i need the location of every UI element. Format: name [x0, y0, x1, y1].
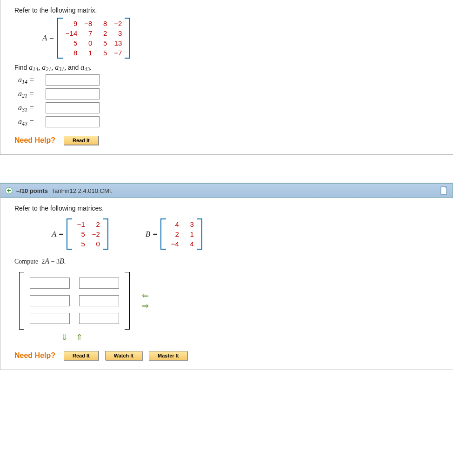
- q1-matrix-equation: A = 9 −8 8 −2 −14 7 2 3 5 0 5 13 8: [42, 18, 439, 59]
- and-text: and: [66, 64, 80, 71]
- matrix-b-cells: 4 3 2 1 −4 4: [168, 218, 195, 250]
- ans-r2c2[interactable]: [79, 295, 119, 306]
- matrix-a: −1 2 5 −2 5 0: [67, 218, 108, 250]
- q2-content: Refer to the following matrices. A = −1 …: [0, 198, 453, 370]
- master-it-button[interactable]: Master It: [149, 351, 187, 360]
- left-bracket-icon: [19, 272, 24, 330]
- a31-row: a31 =: [18, 102, 439, 113]
- source-ref: TanFin12 2.4.010.CMI.: [52, 187, 113, 194]
- cell: −2: [112, 20, 122, 27]
- matrix-a-label: A =: [52, 230, 64, 239]
- q2-header: –/10 points TanFin12 2.4.010.CMI.: [0, 183, 453, 198]
- a31-input[interactable]: [46, 102, 100, 113]
- q2-header-left: –/10 points TanFin12 2.4.010.CMI.: [5, 187, 113, 194]
- right-bracket-icon: [197, 218, 202, 250]
- ans-r3c2[interactable]: [79, 313, 119, 324]
- cell: 13: [112, 39, 122, 47]
- cell: −1: [75, 220, 85, 228]
- q1-content: Refer to the following matrix. A = 9 −8 …: [0, 0, 453, 154]
- cell: 7: [82, 29, 92, 37]
- cell: 0: [82, 39, 92, 47]
- matrix-a: 9 −8 8 −2 −14 7 2 3 5 0 5 13 8 1 5 −7: [57, 18, 130, 59]
- matrix-a-cells: 9 −8 8 −2 −14 7 2 3 5 0 5 13 8 1 5 −7: [65, 18, 123, 59]
- left-bracket-icon: [67, 218, 72, 250]
- cell: 2: [169, 230, 179, 238]
- remove-row-arrow-icon[interactable]: ⇑: [76, 333, 86, 342]
- cell: 0: [90, 240, 100, 248]
- cell: 8: [97, 20, 107, 27]
- add-col-arrow-icon[interactable]: ⇒: [142, 301, 149, 311]
- cell: 9: [66, 20, 77, 27]
- find-text: Find: [14, 64, 29, 71]
- question-2: –/10 points TanFin12 2.4.010.CMI. Refer …: [0, 183, 453, 370]
- matrix-b: 4 3 2 1 −4 4: [160, 218, 202, 250]
- var: a14, a21, a31,: [29, 63, 66, 71]
- q2-need-help: Need Help? Read It Watch It Master It: [14, 351, 439, 360]
- notes-icon[interactable]: [440, 186, 448, 195]
- cell: 1: [184, 230, 194, 238]
- q1-prompt: Refer to the following matrix.: [14, 7, 439, 14]
- ans-r3c1[interactable]: [30, 313, 70, 324]
- a21-label: a21 =: [18, 90, 44, 98]
- cell: 5: [97, 49, 107, 57]
- cell: 2: [97, 29, 107, 37]
- read-it-button[interactable]: Read It: [64, 136, 99, 145]
- matrix-a-cells: −1 2 5 −2 5 0: [74, 218, 101, 250]
- a21-row: a21 =: [18, 88, 439, 99]
- a31-label: a31 =: [18, 104, 44, 112]
- q1-find-line: Find a14, a21, a31, and a43.: [14, 63, 439, 72]
- remove-col-arrow-icon[interactable]: ⇐: [142, 291, 149, 301]
- compute-line: Compute 2A − 3B.: [14, 257, 439, 265]
- need-help-label: Need Help?: [14, 351, 55, 360]
- q2-matrices: A = −1 2 5 −2 5 0 B =: [33, 216, 439, 252]
- cell: −2: [90, 230, 100, 238]
- a14-row: a14 =: [18, 74, 439, 86]
- a14-label: a14 =: [18, 76, 44, 84]
- cell: −4: [169, 240, 179, 248]
- add-row-arrow-icon[interactable]: ⇓: [61, 333, 71, 342]
- matrix-a-eq: A = −1 2 5 −2 5 0: [52, 218, 108, 250]
- cell: 3: [184, 220, 194, 228]
- cell: 4: [184, 240, 194, 248]
- watch-it-button[interactable]: Watch It: [105, 351, 142, 360]
- read-it-button[interactable]: Read It: [64, 351, 99, 360]
- col-arrows[interactable]: ⇐ ⇒: [142, 291, 149, 311]
- cell: −7: [112, 49, 122, 57]
- var: a43.: [80, 63, 92, 71]
- points-value: –/10 points: [16, 187, 48, 194]
- cell: 1: [82, 49, 92, 57]
- cell: −8: [82, 20, 92, 27]
- right-bracket-icon: [103, 218, 108, 250]
- need-help-label: Need Help?: [14, 136, 55, 145]
- cell: 2: [90, 220, 100, 228]
- right-bracket-icon: [125, 272, 130, 330]
- a14-input[interactable]: [46, 74, 100, 86]
- left-bracket-icon: [160, 218, 166, 250]
- cell: 3: [112, 29, 122, 37]
- compute-text: Compute 2A − 3B.: [14, 258, 66, 265]
- cell: 5: [66, 39, 77, 47]
- expand-icon[interactable]: [5, 187, 13, 194]
- cell: 5: [75, 240, 85, 248]
- a43-row: a43 =: [18, 116, 439, 127]
- row-arrows[interactable]: ⇓ ⇑: [61, 332, 439, 343]
- answer-cells: [27, 272, 122, 330]
- cell: 8: [66, 49, 77, 57]
- answer-matrix-region: ⇐ ⇒: [19, 272, 439, 330]
- ans-r1c1[interactable]: [30, 278, 70, 289]
- a21-input[interactable]: [46, 88, 100, 99]
- left-bracket-icon: [57, 18, 63, 59]
- points-label: –/10 points TanFin12 2.4.010.CMI.: [16, 187, 113, 194]
- cell: 5: [75, 230, 85, 238]
- ans-r2c1[interactable]: [30, 295, 70, 306]
- cell: −14: [66, 29, 77, 37]
- cell: 4: [169, 220, 179, 228]
- q1-need-help: Need Help? Read It: [14, 136, 439, 145]
- matrix-b-label: B =: [146, 230, 158, 239]
- answer-matrix: [19, 272, 130, 330]
- right-bracket-icon: [125, 18, 130, 59]
- cell: 5: [97, 39, 107, 47]
- a43-input[interactable]: [46, 116, 100, 127]
- matrix-b-eq: B = 4 3 2 1 −4 4: [146, 218, 202, 250]
- ans-r1c2[interactable]: [79, 278, 119, 289]
